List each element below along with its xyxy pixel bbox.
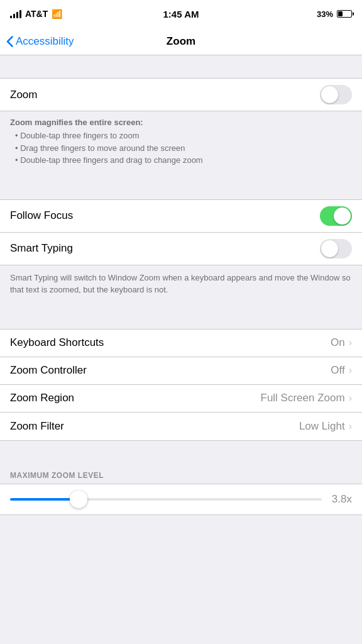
zoom-filter-value: Low Light [299,420,345,433]
smart-typing-description: Smart Typing will switch to Window Zoom … [0,265,362,306]
nav-rows-section: Keyboard Shortcuts On › Zoom Controller … [0,329,362,441]
battery-percent: 33% [317,9,333,19]
back-label: Accessibility [16,35,74,48]
top-gap [0,55,362,78]
slider-track[interactable] [10,498,322,501]
slider-section: MAXIMUM ZOOM LEVEL 3.8x [0,464,362,515]
follow-focus-knob [334,208,351,225]
slider-value: 3.8x [329,493,352,506]
nav-bar: Accessibility Zoom [0,28,362,55]
mid-gap-1 [0,177,362,199]
slider-thumb[interactable] [70,491,87,508]
bottom-gap [0,441,362,464]
zoom-controller-label: Zoom Controller [10,364,87,377]
smart-typing-label: Smart Typing [10,242,73,255]
zoom-section: Zoom [0,78,362,111]
follow-focus-label: Follow Focus [10,209,73,222]
zoom-description-title: Zoom magnifies the entire screen: [10,118,352,127]
slider-container: 3.8x [0,484,362,515]
chevron-icon-2: › [349,365,352,376]
back-button[interactable]: Accessibility [6,35,74,48]
wifi-icon: 📶 [52,9,62,19]
slider-section-label: MAXIMUM ZOOM LEVEL [0,464,362,484]
keyboard-shortcuts-right: On › [331,336,352,349]
zoom-region-row[interactable]: Zoom Region Full Screen Zoom › [0,385,362,413]
chevron-icon-4: › [349,421,352,432]
focus-section: Follow Focus Smart Typing [0,199,362,265]
keyboard-shortcuts-label: Keyboard Shortcuts [10,336,104,349]
zoom-toggle[interactable] [320,85,352,104]
zoom-region-label: Zoom Region [10,392,74,404]
zoom-desc-item-2: Drag three fingers to move around the sc… [10,142,352,155]
zoom-region-value: Full Screen Zoom [261,392,345,404]
smart-typing-toggle[interactable] [320,239,352,258]
page-title: Zoom [167,35,195,48]
status-bar: AT&T 📶 1:45 AM 33% [0,0,362,28]
keyboard-shortcuts-row[interactable]: Keyboard Shortcuts On › [0,330,362,357]
zoom-filter-row[interactable]: Zoom Filter Low Light › [0,413,362,440]
smart-typing-knob [321,240,338,257]
zoom-controller-right: Off › [331,364,352,377]
chevron-icon: › [349,337,352,348]
status-left: AT&T 📶 [10,9,62,19]
zoom-description-block: Zoom magnifies the entire screen: Double… [0,111,362,177]
zoom-filter-label: Zoom Filter [10,420,64,433]
follow-focus-toggle[interactable] [320,206,352,226]
carrier-label: AT&T [25,9,48,19]
zoom-toggle-knob [321,86,338,103]
status-time: 1:45 AM [163,9,199,19]
chevron-icon-3: › [349,392,352,404]
mid-gap-2 [0,306,362,329]
zoom-row: Zoom [0,79,362,111]
follow-focus-row: Follow Focus [0,200,362,233]
slider-fill [10,498,79,501]
battery-icon [337,10,352,18]
keyboard-shortcuts-value: On [331,336,345,349]
zoom-region-right: Full Screen Zoom › [261,392,353,404]
zoom-filter-right: Low Light › [299,420,352,433]
zoom-desc-item-3: Double-tap three fingers and drag to cha… [10,154,352,167]
signal-icon [10,10,21,18]
smart-typing-row: Smart Typing [0,233,362,265]
zoom-label: Zoom [10,89,37,101]
zoom-controller-row[interactable]: Zoom Controller Off › [0,357,362,385]
status-right: 33% [317,9,352,19]
zoom-desc-item-1: Double-tap three fingers to zoom [10,130,352,142]
zoom-controller-value: Off [331,364,344,377]
